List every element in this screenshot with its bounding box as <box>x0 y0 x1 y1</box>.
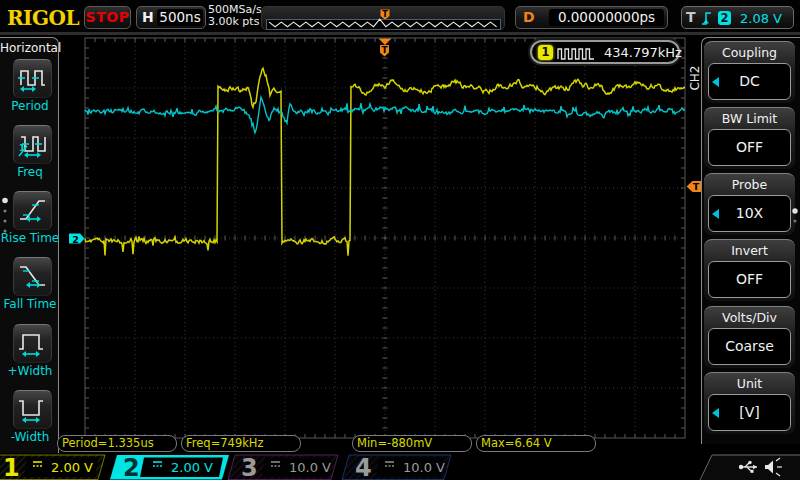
right-menu-channel-label: CH2 <box>688 58 702 98</box>
frequency-counter: 1 434.797kHz <box>530 40 680 64</box>
delay-label: D <box>523 9 535 25</box>
channel-tab-1[interactable]: 12.00 V <box>0 454 105 480</box>
memory-trigger-flag: T <box>381 10 390 20</box>
menu-label: +Width <box>0 364 60 378</box>
menu-button-fall-time[interactable] <box>13 257 52 296</box>
channel-number: 2 <box>123 454 140 480</box>
measurement-readout: Freq=749kHz <box>181 435 301 452</box>
trigger-source-badge: 2 <box>718 11 731 25</box>
graticule: TT2 <box>60 33 705 455</box>
svg-text:T: T <box>382 10 388 19</box>
counter-frequency-value: 434.797kHz <box>604 45 678 60</box>
softkey-value: OFF <box>708 129 791 166</box>
menu-button--width[interactable] <box>13 324 52 363</box>
rigol-logo: RIGOL <box>7 6 79 30</box>
softkey-value: [V] <box>708 394 791 431</box>
softkey-title: Unit <box>704 376 795 391</box>
trigger-slope-icon <box>701 10 715 27</box>
timebase-box[interactable]: H 500ns <box>136 6 206 29</box>
measurement-readout: Period=1.335us <box>57 435 177 452</box>
menu-label: Fall Time <box>0 297 60 311</box>
plus-width-icon <box>17 328 47 358</box>
softkey-title: Coupling <box>704 45 795 60</box>
rise-time-icon <box>17 195 47 225</box>
left-triangle-icon <box>712 408 719 418</box>
svg-text:T: T <box>381 45 388 55</box>
channel-scale: 2.00 V <box>171 460 213 475</box>
softkey-bw-limit[interactable]: BW LimitOFF <box>704 107 795 169</box>
delay-value: 0.00000000ps <box>549 9 664 26</box>
softkey-unit[interactable]: Unit[V] <box>704 372 795 434</box>
menu-label: -Width <box>0 430 60 444</box>
menu-label: Period <box>0 99 60 113</box>
right-scroll-indicator <box>790 203 800 233</box>
io-status-panel <box>700 455 800 480</box>
svg-text:2: 2 <box>72 234 79 245</box>
trigger-status-box[interactable]: T 2 2.08 V <box>681 6 794 29</box>
trigger-position-marker: T <box>379 39 392 57</box>
measurement-readout: Min=-880mV <box>352 435 472 452</box>
softkey-value: OFF <box>708 261 791 298</box>
trigger-label: T <box>686 9 696 25</box>
run-state-button[interactable]: STOP <box>84 6 131 29</box>
softkey-title: Invert <box>704 243 795 258</box>
left-menu-title: Horizontal <box>0 41 59 55</box>
channel-status-bar: 12.00 V22.00 V310.0 V410.0 V <box>0 452 800 480</box>
softkey-value: DC <box>708 63 791 100</box>
minus-width-icon <box>17 394 47 424</box>
channel-scale: 2.00 V <box>51 460 93 475</box>
oscilloscope-screen: RIGOL STOP H 500ns 500MSa/s 3.00k pts T … <box>0 0 800 480</box>
menu-button--width[interactable] <box>13 390 52 429</box>
timebase-value: 500ns <box>157 9 203 26</box>
softkey-value: 10X <box>708 195 791 232</box>
softkey-invert[interactable]: InvertOFF <box>704 239 795 301</box>
channel-number: 3 <box>241 454 258 480</box>
measurement-readout: Max=6.64 V <box>476 435 596 452</box>
ch2-ground-marker: 2 <box>69 234 85 245</box>
softkey-title: Volts/Div <box>704 310 795 325</box>
menu-button-rise-time[interactable] <box>13 191 52 230</box>
channel-scale: 10.0 V <box>289 460 331 475</box>
channel-tab-2[interactable]: 22.00 V <box>110 454 229 480</box>
timebase-label: H <box>142 9 154 25</box>
channel-tab-3[interactable]: 310.0 V <box>228 454 338 480</box>
softkey-volts-div[interactable]: Volts/DivCoarse <box>704 306 795 368</box>
softkey-coupling[interactable]: CouplingDC <box>704 41 795 103</box>
softkey-title: Probe <box>704 177 795 192</box>
counter-channel-badge: 1 <box>538 45 553 60</box>
left-triangle-icon <box>712 209 719 219</box>
menu-label: Freq <box>0 165 60 179</box>
menu-button-freq[interactable]: 1 <box>13 125 52 164</box>
left-triangle-icon <box>712 77 719 87</box>
channel-scale: 10.0 V <box>403 460 445 475</box>
fall-time-icon <box>17 261 47 291</box>
softkey-title: BW Limit <box>704 111 795 126</box>
softkey-probe[interactable]: Probe10X <box>704 173 795 235</box>
delay-box[interactable]: D 0.00000000ps <box>515 6 668 29</box>
trigger-level-marker: T <box>687 181 702 192</box>
svg-text:T: T <box>693 181 700 192</box>
channel-number: 1 <box>3 454 20 480</box>
period-icon <box>17 63 47 93</box>
softkey-value: Coarse <box>708 328 791 365</box>
left-scroll-indicator <box>0 195 12 245</box>
menu-button-period[interactable] <box>13 59 52 98</box>
waveform-memory-bar[interactable]: T <box>261 6 505 30</box>
square-wave-icon <box>557 46 597 62</box>
freq-icon: 1 <box>17 129 47 159</box>
channel-tab-4[interactable]: 410.0 V <box>342 454 451 480</box>
memory-waveform: T <box>262 7 506 31</box>
channel-number: 4 <box>355 454 372 480</box>
trigger-level-readout: 2.08 V <box>740 10 792 27</box>
